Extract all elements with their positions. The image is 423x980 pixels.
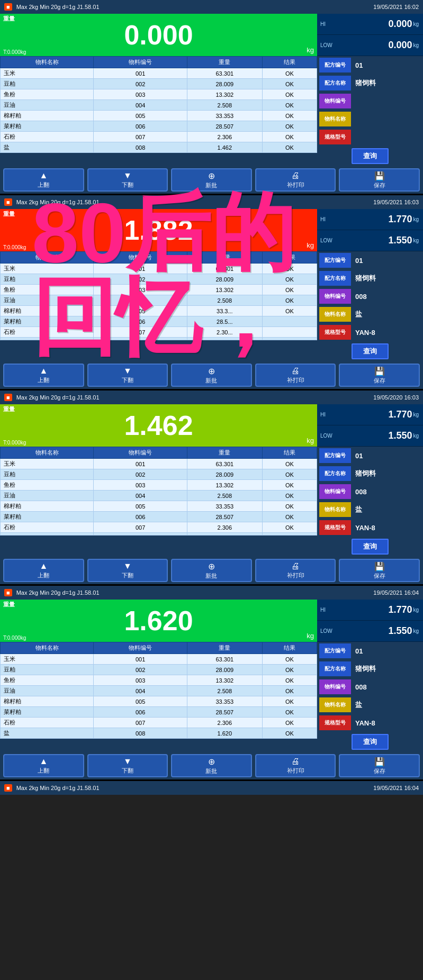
btn-label: 补打印	[287, 571, 304, 579]
weight-value: 1.620	[124, 605, 193, 637]
action-btn-新批[interactable]: ⊕ 新批	[171, 559, 252, 582]
action-btn-上翻[interactable]: ▲ 上翻	[3, 168, 84, 192]
btn-label: 下翻	[122, 376, 133, 384]
side-unit: kg	[413, 433, 419, 439]
weight-label-bottom: T:0.000kg	[3, 440, 26, 446]
action-btn-保存[interactable]: 💾 保存	[339, 364, 420, 387]
table-cell: OK	[262, 264, 317, 274]
table-cell: 28.507	[187, 512, 262, 522]
action-btn-上翻[interactable]: ▲ 上翻	[3, 754, 84, 777]
info-label: 配方编号	[319, 253, 351, 268]
action-btn-下翻[interactable]: ▼ 下翻	[87, 168, 168, 192]
action-btn-下翻[interactable]: ▼ 下翻	[87, 559, 168, 582]
table-row: 鱼粉00313.302OK	[1, 480, 317, 491]
action-btn-新批[interactable]: ⊕ 新批	[171, 754, 252, 777]
action-btn-上翻[interactable]: ▲ 上翻	[3, 364, 84, 387]
info-row: 物料名称 盐	[319, 307, 421, 322]
action-btn-补打印[interactable]: 🖨 补打印	[255, 168, 336, 192]
btn-icon: ▼	[123, 171, 132, 180]
action-btn-新批[interactable]: ⊕ 新批	[171, 168, 252, 192]
table-cell: 005	[94, 111, 187, 121]
action-btn-新批[interactable]: ⊕ 新批	[171, 364, 252, 387]
query-button[interactable]: 查询	[352, 539, 389, 555]
btn-label: 上翻	[38, 376, 49, 384]
action-btn-保存[interactable]: 💾 保存	[339, 168, 420, 192]
weight-area: 重量 T:0.000kg 1.462 kg HI 1.770 kg LOW 1.…	[0, 404, 423, 447]
table-cell: 28.507	[187, 121, 262, 132]
table-cell: 005	[94, 696, 187, 707]
table-cell: 豆油	[1, 686, 94, 696]
btn-icon: ▲	[39, 171, 48, 180]
action-btn-补打印[interactable]: 🖨 补打印	[255, 364, 336, 387]
table-header: 重量	[187, 642, 262, 654]
table-cell	[187, 533, 262, 536]
query-button[interactable]: 查询	[352, 734, 389, 750]
info-row: 配方名称 猪饲料	[319, 661, 421, 676]
table-cell	[1, 338, 94, 340]
action-btn-上翻[interactable]: ▲ 上翻	[3, 559, 84, 582]
table-cell: 63.301	[187, 654, 262, 665]
panel-panel2: ■ Max 2kg Min 20g d=1g J1.58.01 19/05/20…	[0, 195, 423, 391]
action-btn-补打印[interactable]: 🖨 补打印	[255, 559, 336, 582]
info-row: 配方名称 猪饲料	[319, 466, 421, 481]
action-btn-下翻[interactable]: ▼ 下翻	[87, 364, 168, 387]
side-unit: kg	[413, 238, 419, 243]
weight-value: 1.882	[124, 214, 193, 246]
query-btn-row: 查询	[317, 146, 423, 166]
header-bar: ■ Max 2kg Min 20g d=1g J1.58.01 19/05/20…	[0, 391, 423, 404]
table-header: 物料名称	[1, 447, 94, 459]
weight-side: HI 1.770 kg LOW 1.550 kg	[317, 404, 423, 447]
table-cell: 004	[94, 491, 187, 501]
weight-label-top: 重量	[3, 405, 15, 413]
datetime-text: 19/05/2020 16:03	[373, 394, 419, 401]
table-cell: OK	[262, 89, 317, 100]
table-cell: 鱼粉	[1, 89, 94, 100]
side-info: 配方编号 01 配方名称 猪饲料 物料编号 008 物料名称 盐 规格型号 YA…	[317, 447, 423, 557]
table-row: 石粉0072.306OK	[1, 718, 317, 728]
side-label: LOW	[320, 42, 332, 48]
table-cell: 006	[94, 316, 187, 327]
table-row: 玉米00163.301OK	[1, 68, 317, 79]
table-cell: OK	[262, 728, 317, 739]
header-bar: ■ Max 2kg Min 20g d=1g J1.58.01 19/05/20…	[0, 586, 423, 600]
table-header: 重量	[187, 57, 262, 68]
btn-icon: ⊕	[208, 757, 215, 767]
table-row: 石粉0072.30...	[1, 327, 317, 338]
table-cell: 棉籽粕	[1, 501, 94, 512]
table-cell: OK	[262, 79, 317, 89]
table-cell: OK	[262, 686, 317, 696]
weight-value: 0.000	[124, 19, 193, 51]
query-button[interactable]: 查询	[352, 148, 389, 164]
btn-icon: ▼	[123, 366, 132, 376]
table-row: 菜籽粕00628.507OK	[1, 121, 317, 132]
header-left: ■ Max 2kg Min 20g d=1g J1.58.01	[4, 589, 100, 596]
query-button[interactable]: 查询	[352, 343, 389, 359]
btn-label: 下翻	[122, 571, 133, 579]
table-cell: OK	[262, 132, 317, 142]
btn-icon: ▲	[39, 757, 48, 766]
btn-label: 保存	[374, 767, 385, 775]
table-row: 豆油0042.508OK	[1, 491, 317, 501]
info-row: 配方编号 01	[319, 643, 421, 658]
table-row: 豆油0042.508OK	[1, 295, 317, 306]
info-label: 规格型号	[319, 715, 351, 730]
btn-label: 补打印	[287, 767, 304, 775]
info-label: 物料编号	[319, 289, 351, 304]
info-label: 配方编号	[319, 58, 351, 72]
table-row: 石粉0072.306OK	[1, 132, 317, 142]
action-btn-下翻[interactable]: ▼ 下翻	[87, 754, 168, 777]
action-btn-保存[interactable]: 💾 保存	[339, 754, 420, 777]
table-cell: 28.009	[187, 665, 262, 675]
action-bar: ▲ 上翻 ▼ 下翻 ⊕ 新批 🖨 补打印 💾 保存	[0, 557, 423, 584]
table-cell: 盐	[1, 728, 94, 739]
btn-icon: ▲	[39, 366, 48, 376]
info-value: YAN-8	[351, 329, 421, 337]
action-btn-补打印[interactable]: 🖨 补打印	[255, 754, 336, 777]
table-row: 棉籽粕00533.3...OK	[1, 306, 317, 316]
table-cell: 001	[94, 68, 187, 79]
table-cell: 豆油	[1, 491, 94, 501]
btn-icon: 💾	[374, 757, 385, 767]
action-btn-保存[interactable]: 💾 保存	[339, 559, 420, 582]
table-row: 豆粕00228.009OK	[1, 79, 317, 89]
table-cell: 豆粕	[1, 274, 94, 285]
